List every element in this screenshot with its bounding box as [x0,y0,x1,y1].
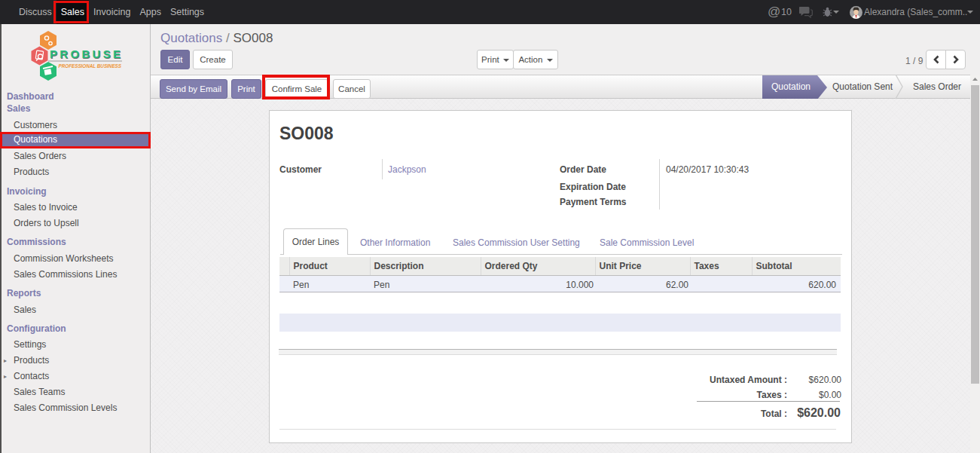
svg-text:PROFESSIONAL BUSINESS: PROFESSIONAL BUSINESS [59,63,122,69]
svg-text:PROBUSE: PROBUSE [50,47,123,60]
